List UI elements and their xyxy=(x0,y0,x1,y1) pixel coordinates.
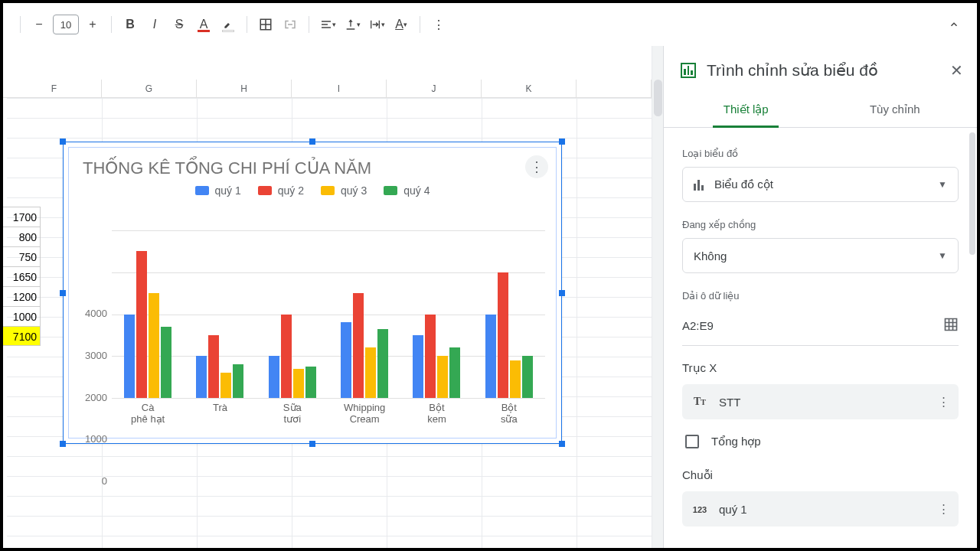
resize-handle[interactable] xyxy=(60,290,66,296)
chart-type-select[interactable]: Biểu đồ cột ▼ xyxy=(682,167,959,202)
chart-title: THỐNG KÊ TỔNG CHI PHÍ CỦA NĂM xyxy=(69,148,556,183)
bar xyxy=(413,335,423,398)
bar xyxy=(485,315,496,399)
bar xyxy=(281,315,292,399)
resize-handle[interactable] xyxy=(309,441,315,447)
cell[interactable]: 1000 xyxy=(3,306,41,326)
bar-group xyxy=(400,230,472,398)
number-type-icon xyxy=(691,503,708,515)
col-header[interactable]: F xyxy=(7,80,102,98)
resize-handle[interactable] xyxy=(559,290,565,296)
legend-swatch xyxy=(384,186,397,195)
chip-more-icon[interactable]: ⋮ xyxy=(938,395,949,409)
chart-plot xyxy=(112,230,545,398)
legend-swatch xyxy=(195,186,209,195)
chip-more-icon[interactable]: ⋮ xyxy=(938,502,949,516)
x-tick-label: Trà xyxy=(184,402,256,425)
series-chip[interactable]: quý 1 ⋮ xyxy=(682,491,959,527)
italic-button[interactable]: I xyxy=(144,14,165,35)
font-size-increase-button[interactable]: + xyxy=(82,14,103,35)
vertical-align-button[interactable]: ▾ xyxy=(341,14,363,35)
col-header[interactable]: G xyxy=(102,80,197,98)
bar xyxy=(124,315,135,399)
x-axis-chip[interactable]: TT STT ⋮ xyxy=(682,384,959,419)
panel-title: Trình chỉnh sửa biểu đồ xyxy=(707,61,878,80)
col-header[interactable]: H xyxy=(197,80,292,98)
tab-setup[interactable]: Thiết lập xyxy=(671,92,821,127)
bar xyxy=(208,335,219,398)
legend-label: quý 1 xyxy=(215,184,241,197)
resize-handle[interactable] xyxy=(309,139,315,145)
bar xyxy=(341,322,351,398)
font-size-input[interactable]: 10 xyxy=(53,15,79,34)
bar xyxy=(136,251,147,398)
bar xyxy=(365,347,376,398)
collapse-toolbar-button[interactable] xyxy=(943,14,965,35)
text-rotation-button[interactable]: A▾ xyxy=(390,14,412,35)
legend-swatch xyxy=(321,186,335,195)
bar xyxy=(269,356,279,398)
resize-handle[interactable] xyxy=(559,441,565,447)
chart-editor-panel: Trình chỉnh sửa biểu đồ ✕ Thiết lập Tùy … xyxy=(663,46,977,548)
bar xyxy=(161,327,172,398)
grid-scrollbar[interactable] xyxy=(652,46,663,548)
legend-swatch xyxy=(258,186,272,195)
chart-icon xyxy=(681,63,696,78)
data-range-value: A2:E9 xyxy=(682,319,714,332)
tab-customize[interactable]: Tùy chỉnh xyxy=(821,92,970,127)
bar-group xyxy=(184,230,256,398)
select-range-button[interactable] xyxy=(943,317,959,334)
font-size-decrease-button[interactable]: − xyxy=(28,14,50,35)
spreadsheet-grid[interactable]: F G H I J K 17008007501650120010007100 xyxy=(3,46,663,548)
chevron-down-icon: ▼ xyxy=(938,179,947,190)
text-wrap-button[interactable]: ▾ xyxy=(366,14,387,35)
cell[interactable]: 1700 xyxy=(3,207,41,227)
bar xyxy=(196,356,207,398)
scroll-thumb[interactable] xyxy=(654,80,662,116)
aggregate-checkbox[interactable] xyxy=(685,435,699,448)
chart-legend: quý 1quý 2quý 3quý 4 xyxy=(69,183,556,204)
cell[interactable]: 800 xyxy=(3,227,41,246)
chart-type-label: Loại biểu đồ xyxy=(682,148,959,159)
chart-menu-button[interactable]: ⋮ xyxy=(525,155,548,178)
cell[interactable]: 1200 xyxy=(3,286,41,306)
close-panel-button[interactable]: ✕ xyxy=(950,61,963,80)
text-color-button[interactable]: A xyxy=(193,14,214,35)
bar xyxy=(293,369,304,398)
col-header[interactable]: K xyxy=(482,80,577,98)
stacking-select[interactable]: Không ▼ xyxy=(682,238,959,273)
col-header[interactable]: J xyxy=(387,80,482,98)
aggregate-label: Tổng hợp xyxy=(711,435,761,448)
resize-handle[interactable] xyxy=(60,139,66,145)
legend-label: quý 2 xyxy=(278,184,304,197)
panel-scroll-thumb[interactable] xyxy=(969,132,975,255)
col-header[interactable]: I xyxy=(292,80,387,98)
x-axis-labels: Càphê hạtTràSữatươiWhippingCreamBộtkemBộ… xyxy=(112,402,545,425)
x-axis-section-label: Trục X xyxy=(682,361,959,375)
strikethrough-button[interactable]: S xyxy=(168,14,190,35)
borders-button[interactable] xyxy=(255,14,276,35)
bold-button[interactable]: B xyxy=(119,14,141,35)
bar xyxy=(305,367,316,398)
bar-group xyxy=(473,230,545,398)
cell[interactable]: 7100 xyxy=(3,326,41,346)
bar xyxy=(377,329,388,398)
chart-type-value: Biểu đồ cột xyxy=(714,178,773,191)
bar-group xyxy=(328,230,400,398)
y-axis: 01000200030004000 xyxy=(69,230,112,398)
resize-handle[interactable] xyxy=(559,139,565,145)
merge-cells-button[interactable] xyxy=(279,14,301,35)
bar xyxy=(425,315,436,399)
cell[interactable]: 750 xyxy=(3,246,41,266)
bar xyxy=(220,373,231,398)
more-toolbar-button[interactable]: ⋮ xyxy=(428,14,449,35)
cell[interactable]: 1650 xyxy=(3,266,41,286)
resize-handle[interactable] xyxy=(60,441,66,447)
horizontal-align-button[interactable]: ▾ xyxy=(317,14,338,35)
bar xyxy=(510,360,521,398)
fill-color-button[interactable] xyxy=(217,14,239,35)
embedded-chart[interactable]: ⋮ THỐNG KÊ TỔNG CHI PHÍ CỦA NĂM quý 1quý… xyxy=(63,142,562,444)
formatting-toolbar: − 10 + B I S A ▾ ▾ ▾ A▾ ⋮ xyxy=(3,3,977,46)
x-axis-field: STT xyxy=(719,396,740,409)
bar xyxy=(522,356,533,398)
